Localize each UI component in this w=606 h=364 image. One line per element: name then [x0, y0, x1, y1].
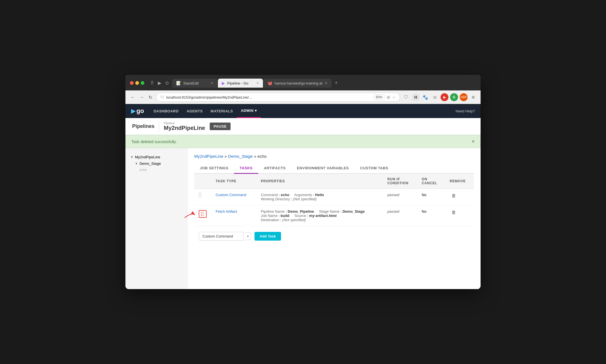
args-value: Hello	[315, 193, 324, 197]
shield-icon: 🛡	[160, 95, 164, 99]
custom-command-link[interactable]: Custom Command	[216, 193, 246, 197]
add-task-button[interactable]: Add Task	[255, 232, 281, 241]
stage-name-value: Demo_Stage	[342, 209, 365, 214]
row2-run-if: passed	[383, 205, 417, 226]
stage-arrow-icon: ▼	[135, 162, 138, 165]
maximize-button[interactable]	[141, 81, 144, 85]
row2-delete-button[interactable]: 🗑	[450, 209, 458, 216]
col-drag	[194, 174, 211, 189]
sidebar-item-stage[interactable]: ▼ Demo_Stage	[128, 160, 184, 167]
tabs: JOB SETTINGS TASKS ARTIFACTS ENVIRONMENT…	[194, 163, 474, 174]
need-help-link[interactable]: Need Help?	[455, 109, 475, 113]
pipeline-icon: ▶	[222, 81, 225, 85]
toolbar-icon-github[interactable]: ⊙	[165, 80, 169, 86]
table-row: Fetch Artifact Pipeline Name : Demo_Pipe…	[194, 205, 474, 226]
breadcrumb-pipeline-link[interactable]: My2ndPipeLine	[194, 154, 223, 159]
address-text: localhost:8153/go/admin/pipelines/My2ndP…	[166, 95, 371, 99]
add-task-section: Custom Command Fetch Artifact Fetch Task…	[194, 226, 474, 246]
sidebar-item-job[interactable]: echo	[128, 167, 184, 173]
cmd-value: echo	[281, 193, 289, 197]
close-button[interactable]	[130, 81, 134, 85]
minimize-button[interactable]	[135, 81, 139, 85]
job-content: My2ndPipeLine » Demo_Stage » echo JOB SE…	[187, 148, 481, 289]
refresh-button[interactable]: ↻	[147, 94, 154, 101]
nav-dashboard[interactable]: DASHBOARD	[150, 105, 183, 118]
tab-stackedit-close[interactable]: ✕	[211, 81, 213, 85]
row1-delete-button[interactable]: 🗑	[450, 193, 458, 199]
tab-github[interactable]: 🐙 hamza-hameed/go-training at ✕	[264, 79, 331, 88]
drag-handle-icon	[199, 193, 202, 197]
youtube-icon[interactable]: ▶	[441, 93, 448, 101]
tabs-bar: 📝 StackEdit ✕ ▶ Pipeline - Go ✕ 🐙 hamza-…	[172, 78, 340, 88]
row2-task-type: Fetch Artifact	[211, 205, 256, 226]
pause-button[interactable]: PAUSE	[210, 123, 231, 130]
dest-value: (Not specified)	[282, 218, 306, 222]
tab-stackedit[interactable]: 📝 StackEdit ✕	[172, 79, 217, 88]
star-icon[interactable]: ☆	[392, 95, 396, 99]
address-bar[interactable]: 🛡 localhost:8153/go/admin/pipelines/My2n…	[156, 93, 400, 102]
tab-github-close[interactable]: ✕	[325, 81, 328, 85]
shield-nav-icon[interactable]: 🛡	[402, 93, 410, 101]
fetch-artifact-link[interactable]: Fetch Artifact	[216, 209, 237, 214]
toolbar-icon-1[interactable]: ⠿	[151, 80, 154, 86]
row1-task-type: Custom Command	[211, 189, 256, 205]
stage-name-label: Stage Name	[319, 209, 339, 214]
source-value: my-artifact.html	[309, 214, 337, 218]
tab-pipeline[interactable]: ▶ Pipeline - Go ✕	[218, 79, 263, 88]
task-select-wrapper: Custom Command Fetch Artifact Fetch Task…	[199, 232, 251, 241]
breadcrumb-sep2: »	[254, 154, 256, 159]
app-logo[interactable]: ▶ go	[131, 107, 144, 115]
breadcrumb-sep1: »	[225, 154, 227, 159]
nav-admin[interactable]: ADMIN ▾	[237, 104, 261, 118]
sidebar-job-label: echo	[140, 168, 147, 172]
row1-properties: Command : echo Arguments : Hello Working…	[256, 189, 383, 205]
tab-pipeline-close[interactable]: ✕	[256, 81, 259, 85]
sidebar-item-pipeline[interactable]: ▼ My2ndPipeLine	[128, 154, 184, 160]
new-tab-button[interactable]: +	[332, 78, 341, 88]
tab-github-label: hamza-hameed/go-training at	[275, 81, 322, 85]
tab-env-variables[interactable]: ENVIRONMENT VARIABLES	[291, 163, 354, 174]
task-type-select[interactable]: Custom Command Fetch Artifact Fetch Task…	[199, 232, 244, 241]
toolbar-icon-play[interactable]: ▶	[158, 80, 161, 86]
breadcrumb-job: echo	[257, 154, 267, 159]
row2-on-cancel: No	[417, 205, 445, 226]
row2-drag[interactable]	[194, 205, 211, 226]
tab-job-settings[interactable]: JOB SETTINGS	[194, 163, 234, 174]
menu-icon[interactable]: ≡	[469, 93, 477, 101]
row1-drag[interactable]	[194, 189, 211, 205]
close-banner-button[interactable]: ×	[472, 139, 475, 145]
title-bar: ⠿ ▶ ⊙ 📝 StackEdit ✕ ▶ Pipeline - Go ✕ 🐙 …	[125, 75, 481, 90]
apps-icon[interactable]: ⊞	[431, 93, 439, 101]
col-run-if: RUN IFCONDITION	[383, 174, 417, 189]
sidebar: ▼ My2ndPipeLine ▼ Demo_Stage echo	[125, 148, 187, 289]
cmd-label: Command	[261, 193, 278, 197]
drag-handle-icon	[201, 212, 204, 216]
args-label: Arguments	[294, 193, 312, 197]
row1-remove: 🗑	[445, 189, 474, 205]
g-icon[interactable]: G	[450, 93, 458, 101]
main-content: ▼ My2ndPipeLine ▼ Demo_Stage echo My2ndP…	[125, 148, 481, 289]
pipeline-sub-label: Pipeline	[164, 121, 205, 125]
back-button[interactable]: ←	[129, 94, 137, 101]
abp-icon[interactable]: ABP	[460, 93, 468, 101]
success-banner: Task deleted successfully. ×	[125, 135, 481, 148]
row1-run-if-value: passed	[388, 193, 399, 197]
nav-agents[interactable]: AGENTS	[183, 105, 207, 118]
row2-properties: Pipeline Name : Demo_Pipeline Stage Name…	[256, 205, 383, 226]
breadcrumb-stage-link[interactable]: Demo_Stage	[228, 154, 253, 159]
pipeline-info: Pipeline My2ndPipeLine	[159, 121, 205, 131]
row2-run-if-value: passed	[388, 209, 399, 214]
nav-materials[interactable]: MATERIALS	[207, 105, 237, 118]
app-header: ▶ go DASHBOARD AGENTS MATERIALS ADMIN ▾ …	[125, 104, 481, 118]
h-icon[interactable]: H	[412, 93, 420, 101]
traffic-lights	[130, 81, 144, 85]
tab-tasks[interactable]: TASKS	[234, 163, 258, 174]
tasks-table: TASK TYPE PROPERTIES RUN IFCONDITION ONC…	[194, 174, 474, 226]
success-message: Task deleted successfully.	[131, 139, 177, 144]
workdir-label: Working Directory	[261, 197, 290, 201]
forward-button[interactable]: →	[138, 94, 146, 101]
grid-icon: ⊞	[387, 95, 390, 99]
tab-artifacts[interactable]: ARTIFACTS	[258, 163, 291, 174]
tab-custom-tabs[interactable]: CUSTOM TABS	[355, 163, 394, 174]
gnome-icon[interactable]: 🐾	[421, 93, 429, 101]
